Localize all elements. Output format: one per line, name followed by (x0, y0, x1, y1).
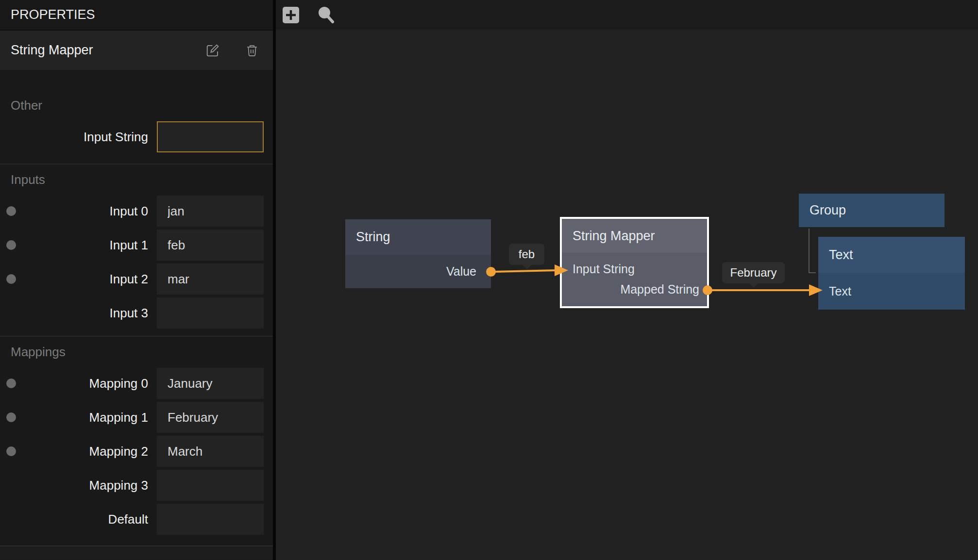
plus-icon (282, 6, 300, 24)
port-dot (6, 412, 16, 422)
property-label: Mapping 3 (22, 478, 148, 493)
node-string-mapper-body: Input String Mapped String (562, 253, 707, 306)
connection-value-badge: February (722, 262, 785, 283)
node-string-output-value[interactable]: Value (345, 255, 491, 288)
port-dot (6, 446, 16, 456)
mapping-2-field[interactable] (157, 436, 264, 467)
mapping-3-field[interactable] (157, 470, 264, 501)
connection-value-badge: feb (509, 244, 544, 265)
section-label: Mappings (0, 344, 273, 360)
property-label: Input 0 (22, 204, 148, 219)
node-group-title: Group (799, 194, 944, 227)
section-other: Other Input String (0, 70, 273, 164)
property-row: Mapping 2 (0, 436, 273, 467)
search-button[interactable] (317, 5, 336, 25)
section-inputs: Inputs Input 0 Input 1 Input 2 Input 3 (0, 164, 273, 336)
property-label: Input 2 (22, 272, 148, 287)
panel-title: PROPERTIES (0, 0, 273, 31)
input-1-field[interactable] (157, 230, 264, 261)
node-text-input[interactable]: Text (818, 273, 965, 310)
port-dot (6, 379, 16, 388)
section-label: Other (0, 98, 273, 113)
node-string-mapper[interactable]: String Mapper Input String Mapped String (560, 217, 709, 308)
app-window: String Value String Mapper Input String … (0, 0, 978, 560)
default-field[interactable] (157, 504, 264, 535)
input-0-field[interactable] (157, 196, 264, 227)
port-dot (6, 206, 16, 216)
input-3-field[interactable] (157, 297, 264, 329)
port-dot (6, 274, 16, 284)
input-2-field[interactable] (157, 264, 264, 295)
property-label: Mapping 2 (22, 444, 148, 459)
node-string-mapper-input[interactable]: Input String (562, 259, 707, 279)
node-text-title: Text (818, 237, 965, 273)
edit-icon (205, 43, 220, 58)
search-icon (317, 5, 336, 25)
property-row: Input 1 (0, 230, 273, 261)
section-divider (0, 545, 273, 560)
property-label: Mapping 1 (22, 410, 148, 425)
section-mappings: Mappings Mapping 0 Mapping 1 Mapping 2 M… (0, 336, 273, 545)
property-row: Default (0, 504, 273, 535)
property-label: Mapping 0 (22, 376, 148, 391)
property-row: Input String (0, 121, 273, 152)
node-string-mapper-title: String Mapper (562, 219, 707, 253)
mapping-0-field[interactable] (157, 368, 264, 399)
trash-icon (245, 44, 259, 57)
node-string-title: String (345, 219, 491, 255)
canvas-toolbar (276, 0, 978, 30)
section-label: Inputs (0, 172, 273, 187)
property-row: Input 2 (0, 264, 273, 295)
delete-node-button[interactable] (244, 43, 260, 58)
property-row: Mapping 1 (0, 402, 273, 433)
node-text[interactable]: Text Text (818, 237, 965, 310)
node-string[interactable]: String Value (345, 219, 491, 288)
add-node-button[interactable] (281, 5, 301, 25)
port-dot (6, 240, 16, 250)
property-row: Mapping 0 (0, 368, 273, 399)
property-label: Default (22, 512, 148, 527)
property-label: Input String (22, 130, 148, 145)
selected-node-title: String Mapper (11, 43, 181, 58)
property-row: Mapping 3 (0, 470, 273, 501)
mapping-1-field[interactable] (157, 402, 264, 433)
node-group[interactable]: Group (799, 194, 944, 227)
properties-panel: PROPERTIES String Mapper Other (0, 0, 276, 560)
node-string-mapper-output[interactable]: Mapped String (562, 279, 707, 299)
input-string-field[interactable] (157, 121, 264, 152)
selected-node-row: String Mapper (0, 31, 273, 70)
property-label: Input 1 (22, 238, 148, 253)
property-row: Input 3 (0, 297, 273, 329)
rename-node-button[interactable] (205, 43, 220, 58)
property-row: Input 0 (0, 196, 273, 227)
property-label: Input 3 (22, 306, 148, 321)
